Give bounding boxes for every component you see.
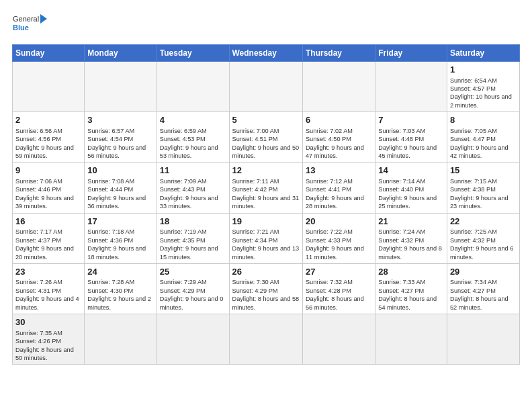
day-number: 27 — [306, 266, 372, 278]
calendar-cell: 25Sunrise: 7:29 AM Sunset: 4:29 PM Dayli… — [157, 263, 229, 314]
day-info: Sunrise: 7:28 AM Sunset: 4:30 PM Dayligh… — [87, 278, 153, 312]
calendar-cell — [229, 62, 302, 112]
day-info: Sunrise: 7:30 AM Sunset: 4:29 PM Dayligh… — [232, 278, 300, 312]
day-number: 12 — [232, 165, 300, 177]
calendar-cell: 12Sunrise: 7:11 AM Sunset: 4:42 PM Dayli… — [229, 163, 302, 213]
day-number: 6 — [306, 114, 372, 126]
day-number: 22 — [450, 216, 517, 228]
day-info: Sunrise: 7:15 AM Sunset: 4:38 PM Dayligh… — [450, 177, 517, 211]
calendar-cell: 1Sunrise: 6:54 AM Sunset: 4:57 PM Daylig… — [447, 62, 519, 112]
calendar-cell — [13, 62, 85, 112]
day-number: 13 — [306, 165, 372, 177]
calendar-week-row: 1Sunrise: 6:54 AM Sunset: 4:57 PM Daylig… — [13, 62, 520, 112]
calendar-cell: 7Sunrise: 7:03 AM Sunset: 4:48 PM Daylig… — [375, 112, 447, 163]
day-number: 1 — [450, 64, 517, 76]
calendar-cell — [85, 314, 157, 365]
calendar-cell: 24Sunrise: 7:28 AM Sunset: 4:30 PM Dayli… — [85, 263, 157, 314]
day-info: Sunrise: 7:32 AM Sunset: 4:28 PM Dayligh… — [306, 278, 372, 312]
calendar-header-wednesday: Wednesday — [229, 45, 302, 62]
calendar-cell: 4Sunrise: 6:59 AM Sunset: 4:53 PM Daylig… — [157, 112, 229, 163]
calendar-cell: 20Sunrise: 7:22 AM Sunset: 4:33 PM Dayli… — [302, 213, 375, 263]
day-number: 8 — [450, 114, 517, 126]
day-info: Sunrise: 7:03 AM Sunset: 4:48 PM Dayligh… — [378, 127, 444, 161]
day-number: 3 — [87, 114, 153, 126]
day-info: Sunrise: 7:25 AM Sunset: 4:32 PM Dayligh… — [450, 228, 517, 261]
calendar-cell — [302, 62, 375, 112]
svg-text:General: General — [13, 15, 39, 23]
day-info: Sunrise: 6:59 AM Sunset: 4:53 PM Dayligh… — [160, 127, 226, 161]
calendar-header-tuesday: Tuesday — [157, 45, 229, 62]
day-number: 2 — [15, 114, 81, 126]
calendar-week-row: 30Sunrise: 7:35 AM Sunset: 4:26 PM Dayli… — [13, 314, 520, 365]
calendar-cell: 17Sunrise: 7:18 AM Sunset: 4:36 PM Dayli… — [85, 213, 157, 263]
calendar-cell: 18Sunrise: 7:19 AM Sunset: 4:35 PM Dayli… — [157, 213, 229, 263]
calendar-cell: 16Sunrise: 7:17 AM Sunset: 4:37 PM Dayli… — [13, 213, 85, 263]
day-info: Sunrise: 7:06 AM Sunset: 4:46 PM Dayligh… — [15, 177, 81, 211]
day-info: Sunrise: 7:22 AM Sunset: 4:33 PM Dayligh… — [306, 228, 372, 261]
calendar-cell — [85, 62, 157, 112]
calendar-cell — [229, 314, 302, 365]
calendar-cell: 13Sunrise: 7:12 AM Sunset: 4:41 PM Dayli… — [302, 163, 375, 213]
day-number: 17 — [87, 216, 153, 228]
day-info: Sunrise: 7:00 AM Sunset: 4:51 PM Dayligh… — [232, 127, 300, 161]
calendar-week-row: 16Sunrise: 7:17 AM Sunset: 4:37 PM Dayli… — [13, 213, 520, 263]
calendar-cell: 28Sunrise: 7:33 AM Sunset: 4:27 PM Dayli… — [375, 263, 447, 314]
calendar-cell — [375, 62, 447, 112]
day-info: Sunrise: 7:35 AM Sunset: 4:26 PM Dayligh… — [15, 329, 81, 363]
day-number: 20 — [306, 216, 372, 228]
day-info: Sunrise: 7:21 AM Sunset: 4:34 PM Dayligh… — [232, 228, 300, 261]
page: General Blue SundayMondayTuesdayWednesda… — [0, 0, 532, 411]
day-info: Sunrise: 7:05 AM Sunset: 4:47 PM Dayligh… — [450, 127, 517, 161]
calendar-cell: 3Sunrise: 6:57 AM Sunset: 4:54 PM Daylig… — [85, 112, 157, 163]
day-info: Sunrise: 7:14 AM Sunset: 4:40 PM Dayligh… — [378, 177, 444, 211]
generalblue-logo-icon: General Blue — [12, 12, 47, 38]
calendar-cell — [157, 62, 229, 112]
day-info: Sunrise: 7:09 AM Sunset: 4:43 PM Dayligh… — [160, 177, 226, 211]
calendar-cell: 26Sunrise: 7:30 AM Sunset: 4:29 PM Dayli… — [229, 263, 302, 314]
calendar-header-thursday: Thursday — [302, 45, 375, 62]
day-number: 19 — [232, 216, 300, 228]
calendar-cell: 19Sunrise: 7:21 AM Sunset: 4:34 PM Dayli… — [229, 213, 302, 263]
calendar-week-row: 23Sunrise: 7:26 AM Sunset: 4:31 PM Dayli… — [13, 263, 520, 314]
header: General Blue — [12, 12, 520, 38]
day-number: 24 — [87, 266, 153, 278]
calendar-cell: 30Sunrise: 7:35 AM Sunset: 4:26 PM Dayli… — [13, 314, 85, 365]
day-info: Sunrise: 7:24 AM Sunset: 4:32 PM Dayligh… — [378, 228, 444, 261]
calendar-cell: 8Sunrise: 7:05 AM Sunset: 4:47 PM Daylig… — [447, 112, 519, 163]
day-info: Sunrise: 7:19 AM Sunset: 4:35 PM Dayligh… — [160, 228, 226, 261]
calendar-cell: 15Sunrise: 7:15 AM Sunset: 4:38 PM Dayli… — [447, 163, 519, 213]
calendar-table: SundayMondayTuesdayWednesdayThursdayFrid… — [12, 44, 520, 365]
calendar-cell — [157, 314, 229, 365]
day-info: Sunrise: 6:54 AM Sunset: 4:57 PM Dayligh… — [450, 77, 517, 110]
day-number: 26 — [232, 266, 300, 278]
calendar-cell: 9Sunrise: 7:06 AM Sunset: 4:46 PM Daylig… — [13, 163, 85, 213]
calendar-cell: 27Sunrise: 7:32 AM Sunset: 4:28 PM Dayli… — [302, 263, 375, 314]
day-number: 11 — [160, 165, 226, 177]
day-number: 29 — [450, 266, 517, 278]
day-info: Sunrise: 7:17 AM Sunset: 4:37 PM Dayligh… — [15, 228, 81, 261]
calendar-cell — [302, 314, 375, 365]
day-info: Sunrise: 7:29 AM Sunset: 4:29 PM Dayligh… — [160, 278, 226, 312]
calendar-cell: 22Sunrise: 7:25 AM Sunset: 4:32 PM Dayli… — [447, 213, 519, 263]
calendar-header-sunday: Sunday — [13, 45, 85, 62]
day-number: 21 — [378, 216, 444, 228]
day-info: Sunrise: 7:34 AM Sunset: 4:27 PM Dayligh… — [450, 278, 517, 312]
calendar-week-row: 9Sunrise: 7:06 AM Sunset: 4:46 PM Daylig… — [13, 163, 520, 213]
day-number: 15 — [450, 165, 517, 177]
day-number: 16 — [15, 216, 81, 228]
day-number: 23 — [15, 266, 81, 278]
calendar-cell — [375, 314, 447, 365]
calendar-cell: 29Sunrise: 7:34 AM Sunset: 4:27 PM Dayli… — [447, 263, 519, 314]
calendar-cell: 11Sunrise: 7:09 AM Sunset: 4:43 PM Dayli… — [157, 163, 229, 213]
day-number: 5 — [232, 114, 300, 126]
day-number: 30 — [15, 316, 81, 328]
day-number: 10 — [87, 165, 153, 177]
calendar-week-row: 2Sunrise: 6:56 AM Sunset: 4:56 PM Daylig… — [13, 112, 520, 163]
day-number: 14 — [378, 165, 444, 177]
day-info: Sunrise: 7:12 AM Sunset: 4:41 PM Dayligh… — [306, 177, 372, 211]
day-number: 28 — [378, 266, 444, 278]
calendar-cell — [447, 314, 519, 365]
calendar-cell: 10Sunrise: 7:08 AM Sunset: 4:44 PM Dayli… — [85, 163, 157, 213]
calendar-cell: 6Sunrise: 7:02 AM Sunset: 4:50 PM Daylig… — [302, 112, 375, 163]
day-number: 7 — [378, 114, 444, 126]
